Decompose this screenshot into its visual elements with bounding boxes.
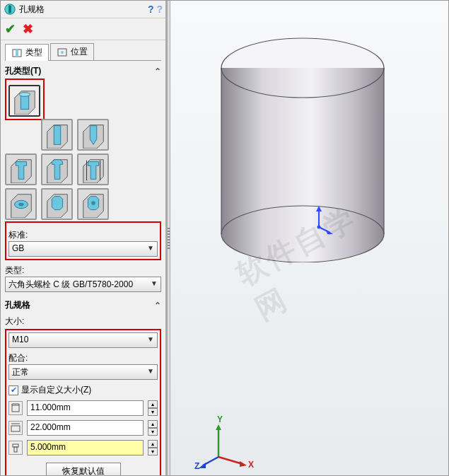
panel-title: 孔规格 (19, 4, 145, 16)
type-select[interactable]: 六角头螺栓 C 级 GB/T5780-2000 (5, 277, 161, 292)
svg-point-5 (61, 51, 64, 54)
tab-type-label: 类型 (25, 47, 42, 59)
hole-type-8[interactable] (41, 188, 73, 220)
show-custom-checkbox[interactable]: ✔ (8, 385, 18, 395)
hole-type-row-1 (5, 119, 161, 151)
show-custom-row[interactable]: ✔ 显示自定义大小(Z) (8, 384, 158, 396)
cylinder-model (213, 36, 393, 262)
tab-type[interactable]: 类型 (5, 44, 49, 61)
svg-marker-28 (316, 206, 322, 211)
svg-point-7 (19, 92, 30, 96)
hole-type-4[interactable] (5, 153, 37, 185)
tab-position-label: 位置 (71, 46, 88, 58)
svg-rect-21 (14, 447, 17, 452)
svg-rect-1 (8, 6, 11, 13)
fit-select[interactable]: 正常 (8, 364, 158, 380)
tab-position[interactable]: 位置 (50, 43, 94, 60)
size-select[interactable]: M10 (8, 332, 158, 348)
origin-indicator (312, 206, 333, 234)
svg-point-13 (91, 201, 95, 205)
svg-marker-35 (240, 461, 247, 467)
show-custom-label: 显示自定义大小(Z) (21, 384, 91, 396)
svg-line-34 (218, 457, 243, 464)
dim1-icon[interactable] (8, 401, 23, 415)
fit-label: 配合: (8, 352, 158, 364)
svg-rect-20 (13, 444, 18, 447)
standard-label: 标准: (8, 229, 158, 241)
size-label: 大小: (5, 315, 161, 327)
chevron-up-icon[interactable]: ⌃ (154, 66, 161, 76)
dim1-up[interactable]: ▴ (148, 400, 158, 408)
axis-x-label: X (248, 460, 254, 470)
svg-rect-8 (54, 125, 61, 144)
confirm-row: ✔ ✖ (1, 18, 165, 40)
type-label: 类型: (5, 265, 161, 277)
svg-point-12 (18, 202, 24, 206)
dim3-icon[interactable] (8, 441, 23, 455)
viewport-3d[interactable]: 软件自学网 Y X Z (170, 1, 448, 475)
dim2-down[interactable]: ▾ (148, 428, 158, 436)
axis-y-label: Y (217, 414, 223, 424)
svg-rect-3 (16, 50, 18, 57)
hole-type-row-2 (5, 153, 161, 185)
restore-defaults-button[interactable]: 恢复默认值 (46, 463, 121, 475)
hole-type-3[interactable] (77, 119, 109, 151)
svg-rect-18 (11, 426, 20, 431)
highlight-spec: M10 配合: 正常 ✔ 显示自定义大小(Z) 11.000mm ▴▾ 22.0… (5, 329, 161, 475)
help-icon[interactable]: ? (148, 4, 154, 15)
cancel-button[interactable]: ✖ (23, 21, 33, 37)
ok-button[interactable]: ✔ (5, 21, 16, 37)
hole-type-7[interactable] (5, 188, 37, 220)
section-spec: 孔规格 ⌃ (5, 299, 161, 311)
dim-row-2: 22.000mm ▴▾ (8, 420, 158, 436)
svg-marker-33 (216, 424, 221, 430)
hole-type-1[interactable] (8, 85, 40, 117)
chevron-up-icon-2[interactable]: ⌃ (154, 301, 161, 310)
standard-select[interactable]: GB (8, 241, 158, 257)
property-panel: 孔规格 ? ? ✔ ✖ 类型 位置 孔类型(T) ⌃ (1, 1, 167, 475)
highlight-standard: 标准: GB (5, 221, 161, 260)
svg-rect-14 (12, 405, 19, 412)
dim2-icon[interactable] (8, 421, 23, 435)
hole-spec-icon (4, 3, 16, 16)
axis-z-label: Z (194, 461, 199, 471)
tab-position-icon (57, 47, 68, 58)
dim2-input[interactable]: 22.000mm (27, 420, 144, 436)
panel-title-row: 孔规格 ? ? (1, 1, 165, 18)
dim1-input[interactable]: 11.000mm (27, 400, 144, 416)
section-hole-type: 孔类型(T) ⌃ (5, 65, 161, 77)
hole-type-9[interactable] (77, 188, 109, 220)
dim-row-1: 11.000mm ▴▾ (8, 400, 158, 416)
svg-point-31 (317, 226, 321, 229)
help-icon-2[interactable]: ? (156, 4, 163, 15)
hole-type-2[interactable] (41, 119, 73, 151)
dim2-up[interactable]: ▴ (148, 420, 158, 428)
dim3-up[interactable]: ▴ (148, 440, 158, 448)
dim3-down[interactable]: ▾ (148, 448, 158, 455)
dim3-input[interactable]: 5.000mm (27, 440, 144, 455)
tab-type-icon (11, 47, 23, 59)
dim1-down[interactable]: ▾ (148, 408, 158, 416)
restore-row: 恢复默认值 (8, 463, 158, 475)
hole-type-5[interactable] (41, 153, 73, 185)
svg-marker-37 (199, 463, 206, 468)
view-triad (199, 420, 248, 470)
svg-point-24 (221, 206, 384, 262)
tabs: 类型 位置 (5, 43, 161, 61)
hole-type-row-3 (5, 188, 161, 220)
hole-type-6[interactable] (77, 153, 109, 185)
dim-row-3: 5.000mm ▴▾ (8, 440, 158, 455)
highlight-holetype (5, 79, 45, 120)
